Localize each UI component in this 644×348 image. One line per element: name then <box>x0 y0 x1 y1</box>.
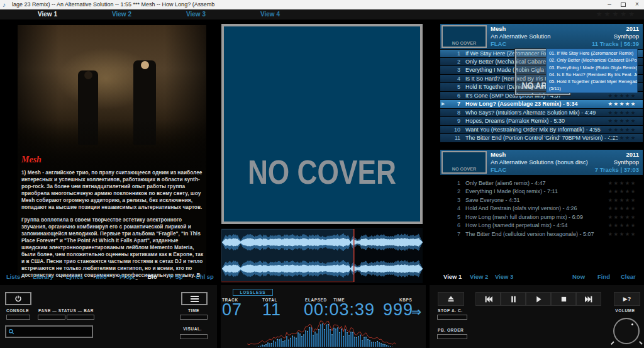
track-row[interactable]: 11The Bitter End (Portion Control 'Grind… <box>440 134 643 142</box>
track-number: 6 <box>440 92 460 100</box>
album-track-count: 11 Tracks | 56:39 <box>592 40 639 48</box>
kbps-value: 999 <box>383 301 413 318</box>
eject-icon <box>447 295 455 303</box>
track-rating[interactable]: ★★★★★ <box>608 109 636 117</box>
no-cover-thumb-label: NO COVER <box>445 40 483 46</box>
tab-view-2[interactable]: View 2 <box>470 272 488 281</box>
track-number: 9 <box>440 117 460 125</box>
album-year: 2011 <box>592 25 639 33</box>
no-cover-label: NO COVER <box>242 152 402 191</box>
track-rating[interactable]: ★★★★★ <box>608 117 636 125</box>
track-number: 3 <box>440 196 460 205</box>
track-row[interactable]: ▶7How Long? (Assemblage 23 Remix) - 5:34… <box>440 100 643 108</box>
track-number: 10 <box>440 126 460 134</box>
track-title: Who Says? (Intuition's Alternate Solutio… <box>465 109 618 117</box>
album-title: An Alternative Solutions (bonus disc) <box>491 159 588 166</box>
stop-button[interactable] <box>551 292 576 306</box>
visual-indicator[interactable] <box>180 334 208 339</box>
tab-chl-sp[interactable]: Chl sp <box>196 272 214 281</box>
time-label: TIME <box>176 308 211 313</box>
lossless-badge: LOSSLESS <box>233 289 273 296</box>
close-icon[interactable]: × <box>630 0 644 9</box>
artist-panel: Mesh 1) Mesh - английское трио, по праву… <box>18 25 206 280</box>
tab-view-4[interactable]: View 4 <box>260 9 280 20</box>
stop-after-current-indicator[interactable] <box>437 315 467 320</box>
album-header-text: MeshAn Alternative SolutionFLAC <box>491 25 551 48</box>
track-rating[interactable]: ★★★★★ <box>608 100 636 108</box>
track-rating[interactable]: ★★★★★ <box>608 126 636 134</box>
track-row[interactable]: 7The Bitter End (celluloid version hexag… <box>440 230 643 239</box>
track-rating[interactable]: ★★★★★ <box>608 205 636 213</box>
track-title: How Long (samedit perpetual mix) - 4:54 <box>465 222 618 230</box>
track-rating[interactable]: ★★★★★ <box>608 222 636 230</box>
tab-library[interactable]: Library <box>33 272 53 281</box>
console-indicator[interactable] <box>6 315 30 320</box>
tab-find[interactable]: Find <box>597 272 610 281</box>
track-rating[interactable]: ★★★★★ <box>608 179 636 188</box>
random-play-button[interactable]: ▶? <box>614 292 640 306</box>
track-rating[interactable]: ★★★★★ <box>608 213 636 222</box>
search-box <box>5 325 93 338</box>
tab-info[interactable]: Info <box>96 272 106 281</box>
track-rating[interactable]: ★★★★★ <box>608 230 636 239</box>
track-row[interactable]: 5How Long (mesh full duration pump mix) … <box>440 213 643 222</box>
menu-button[interactable] <box>181 292 208 305</box>
tab-view-3[interactable]: View 3 <box>186 9 206 20</box>
track-row[interactable]: 2Everything I Made (kloq remix) - 7:11★★… <box>440 188 643 196</box>
tab-prop[interactable]: Prop. <box>119 272 135 281</box>
tab-view-3[interactable]: View 3 <box>495 272 513 281</box>
time-indicator[interactable] <box>180 315 208 320</box>
tab-bio[interactable]: Bio <box>147 272 157 281</box>
console-label: CONSOLE <box>0 308 35 313</box>
tab-view-2[interactable]: View 2 <box>112 9 131 20</box>
waveform-seekbar[interactable] <box>221 228 423 283</box>
spectrum-visualizer <box>247 319 397 347</box>
track-row[interactable]: 10Want You (Restraining Order Mix By Inf… <box>440 126 643 134</box>
next-button[interactable] <box>576 292 601 306</box>
track-row[interactable]: 9Hopes, Dreams (Parralox Remix) - 5:30★★… <box>440 117 643 125</box>
play-button[interactable] <box>526 292 551 306</box>
rating-stars-dim[interactable]: ★★★★★ <box>596 10 636 18</box>
track-rating[interactable]: ★★★★★ <box>608 196 636 205</box>
tab-now[interactable]: Now <box>572 272 585 281</box>
search-input[interactable] <box>15 327 91 338</box>
tab-lists[interactable]: Lists <box>6 272 20 281</box>
tab-view-1[interactable]: View 1 <box>38 9 57 20</box>
previous-button[interactable] <box>475 292 501 306</box>
track-row[interactable]: 1Only Better (alien6 remix) - 4:47★★★★★ <box>440 179 643 188</box>
track-row[interactable]: 8Who Says? (Intuition's Alternate Soluti… <box>440 109 643 117</box>
album-cover-placeholder: NO COVER <box>441 151 487 174</box>
artist-name-heading: Mesh <box>21 155 205 165</box>
track-row[interactable]: 3Save Everyone - 4:31★★★★★ <box>440 196 643 205</box>
tab-lyrics[interactable]: Lyrics <box>66 272 84 281</box>
album-year: 2011 <box>595 151 639 159</box>
power-button[interactable] <box>5 292 31 305</box>
track-rating[interactable]: ★★★★★ <box>608 134 636 142</box>
volume-knob[interactable] <box>613 318 640 344</box>
pane-status-bar-label: PANE — STATUS — BAR <box>33 308 99 313</box>
eject-button[interactable] <box>438 292 464 306</box>
tooltip-line: (5/11) <box>549 85 637 92</box>
track-row[interactable]: 6How Long (samedit perpetual mix) - 4:54… <box>440 222 643 230</box>
track-title: Hold And Restrain (olafs vinyl version) … <box>465 205 618 213</box>
album-header-meta: 2011Synthpop11 Tracks | 56:39 <box>592 25 639 48</box>
tab-clear[interactable]: Clear <box>621 272 636 281</box>
knob-tick-left <box>611 341 614 344</box>
total-tracks-value: 11 <box>262 301 281 318</box>
power-icon <box>14 295 22 303</box>
tab-p-sp[interactable]: P Sp <box>170 272 183 281</box>
volume-label: VOLUME <box>612 308 638 313</box>
maximize-icon[interactable] <box>616 0 630 9</box>
track-row[interactable]: 4Hold And Restrain (olafs vinyl version)… <box>440 205 643 213</box>
pause-button[interactable] <box>501 292 526 306</box>
next-icon <box>585 295 593 303</box>
minimize-icon[interactable]: – <box>602 0 616 9</box>
track-rating[interactable]: ★★★★★ <box>608 188 636 196</box>
statusbar-indicator[interactable] <box>67 315 94 320</box>
pane-indicator[interactable] <box>38 315 65 320</box>
app-icon: ♪ <box>3 1 6 9</box>
album-track-count: 7 Tracks | 37:03 <box>595 166 639 174</box>
playback-order-indicator[interactable] <box>437 334 467 339</box>
tab-view-1[interactable]: View 1 <box>443 272 462 281</box>
track-title: How Long (mesh full duration pump mix) -… <box>465 213 618 222</box>
